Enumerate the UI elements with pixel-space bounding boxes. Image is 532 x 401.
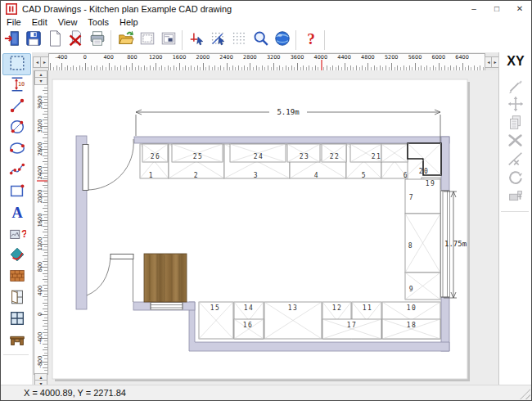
tool-button-hatch[interactable]	[2, 245, 31, 267]
menu-item-edit[interactable]: Edit	[27, 17, 52, 27]
svg-text:A: A	[11, 204, 23, 220]
app-window: CAD Drawings - Kitchen plan Example CAD …	[0, 0, 532, 401]
ellipse-icon	[8, 139, 26, 160]
tool-button-casement-window[interactable]	[2, 287, 31, 309]
cabinet-number-25: 25	[193, 153, 204, 160]
scroll-right-button[interactable]: ▸	[40, 56, 49, 68]
toolbar-button-world[interactable]	[272, 29, 292, 51]
toolbar-button-delete-drawing[interactable]	[65, 29, 86, 51]
tool-button-text[interactable]: A	[2, 202, 31, 224]
resize-grip[interactable]	[520, 389, 530, 399]
palette-divider	[501, 211, 529, 212]
tool-button-furniture[interactable]	[2, 330, 31, 352]
cabinet-number-6: 6	[404, 172, 408, 179]
tool-button-rectangle[interactable]	[2, 181, 31, 203]
drawing-canvas[interactable]: 1234562625242322212019789151413121110161…	[48, 70, 498, 385]
ruler-label: 1600	[173, 54, 187, 61]
scroll-down-button[interactable]: ▾	[34, 77, 47, 85]
vertical-ruler-face: 400036003200280024002000160012008004000-…	[34, 70, 48, 375]
furniture[interactable]	[144, 254, 187, 302]
cabinet-number-8: 8	[408, 242, 413, 250]
wooden-cabinet[interactable]	[144, 254, 187, 302]
ruler-label: 1200	[37, 237, 43, 250]
ruler-label: 2800	[37, 142, 43, 156]
maximize-button[interactable]: □	[485, 1, 508, 16]
new-drawing-icon	[46, 29, 64, 51]
tool-button-curve[interactable]	[2, 160, 31, 182]
ruler-label: 2400	[37, 166, 43, 180]
toolbar-button-page-setup[interactable]	[137, 29, 157, 51]
tool-button-arrange[interactable]	[505, 189, 526, 206]
toolbar-button-help[interactable]: ?	[300, 29, 321, 51]
tool-button-dimension[interactable]: 10	[2, 74, 31, 97]
image-icon: ?	[8, 224, 26, 246]
cabinet-number-4: 4	[314, 172, 319, 179]
tool-button-copy[interactable]	[505, 115, 526, 133]
toolbar-button-select-entity[interactable]	[187, 29, 207, 51]
toolbar-button-exit-door[interactable]	[2, 29, 22, 51]
menu-item-tools[interactable]: Tools	[83, 17, 114, 27]
toolbar-button-zoom[interactable]	[250, 29, 271, 51]
canvas-viewport[interactable]: 1234562625242322212019789151413121110161…	[48, 70, 498, 385]
horizontal-ruler[interactable]: -400040080012001600200024002800320036004…	[32, 52, 498, 70]
cabinet-number-12: 12	[332, 304, 343, 312]
window-icon	[8, 309, 26, 331]
horizontal-ruler-face: -400040080012001600200024002800320036004…	[48, 53, 485, 71]
menu-item-help[interactable]: Help	[115, 17, 143, 27]
curve-icon	[8, 160, 26, 182]
titlebar[interactable]: CAD Drawings - Kitchen plan Example CAD …	[1, 1, 531, 16]
casement-window-icon	[8, 288, 26, 309]
toolbar-button-print[interactable]	[87, 29, 107, 51]
svg-text:10: 10	[17, 80, 24, 87]
print-icon	[88, 29, 106, 51]
toolbar-button-save[interactable]	[23, 29, 43, 51]
window-controls: –□✕	[462, 1, 531, 16]
toolbar-button-snap-to-entity[interactable]	[208, 29, 228, 51]
tool-button-rotate[interactable]	[505, 171, 526, 188]
menubar: FileEditViewToolsHelp	[1, 16, 531, 27]
cabinet-number-19: 19	[426, 180, 436, 187]
tool-button-image[interactable]: ?	[2, 223, 31, 246]
tool-button-line[interactable]	[2, 96, 31, 118]
toolbar-button-open-drawing[interactable]	[115, 29, 136, 51]
ruler-cursor-marker	[37, 180, 47, 182]
svg-text:?: ?	[307, 30, 315, 47]
vertical-ruler[interactable]: 400036003200280024002000160012008004000-…	[32, 70, 48, 385]
ruler-label: 3200	[37, 119, 43, 133]
toolbar-button-print-preview[interactable]	[158, 29, 178, 51]
cabinet-number-26: 26	[151, 153, 161, 160]
dimension-label: 5.19m	[277, 108, 299, 116]
tool-button-move[interactable]	[505, 97, 526, 115]
toolbar-separator	[182, 30, 183, 50]
tool-button-draw[interactable]	[505, 79, 526, 96]
ruler-label: 0	[83, 54, 87, 61]
tool-button-ellipse[interactable]	[2, 138, 31, 160]
tool-button-circle[interactable]	[2, 117, 31, 139]
tool-button-scissors[interactable]	[505, 134, 526, 151]
ruler-label: 800	[127, 54, 137, 61]
menu-item-file[interactable]: File	[2, 17, 26, 27]
circle-icon	[8, 118, 26, 139]
tool-button-trim[interactable]	[505, 152, 526, 169]
close-button[interactable]: ✕	[508, 1, 531, 16]
cabinet-number-18: 18	[407, 322, 417, 329]
workspace: 10A? -4000400800120016002000240028003200…	[1, 52, 531, 385]
exit-door-icon	[3, 29, 21, 51]
cabinet-number-2: 2	[194, 172, 199, 179]
toolbar-button-snap-to-grid[interactable]	[229, 29, 250, 51]
ruler-label: 1600	[37, 214, 43, 228]
cabinet-number-23: 23	[300, 153, 310, 160]
svg-text:?: ?	[21, 227, 26, 239]
tool-button-wall[interactable]	[2, 266, 31, 288]
ruler-label: 5200	[385, 54, 399, 61]
tool-button-select[interactable]	[2, 53, 31, 75]
cabinet-blank[interactable]	[381, 144, 408, 162]
tool-button-window[interactable]	[2, 309, 31, 331]
cabinet-number-17: 17	[347, 322, 358, 329]
zoom-icon	[252, 29, 270, 51]
ruler-label: 2000	[37, 190, 43, 204]
ruler-cursor-marker	[321, 60, 322, 70]
menu-item-view[interactable]: View	[53, 17, 83, 27]
minimize-button[interactable]: –	[462, 1, 485, 16]
toolbar-button-new-drawing[interactable]	[44, 29, 65, 51]
